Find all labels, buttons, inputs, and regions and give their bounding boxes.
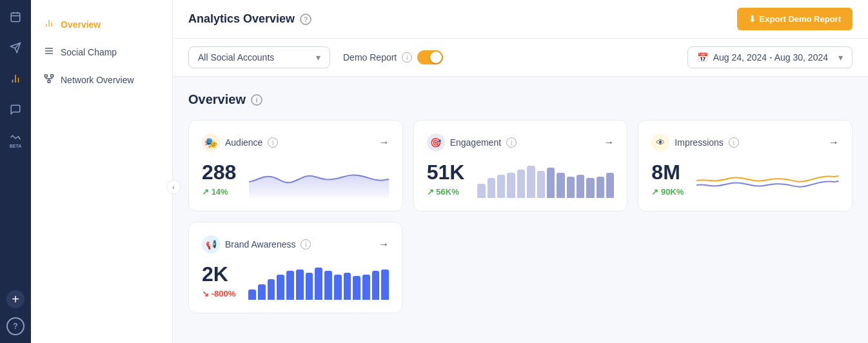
brand-awareness-card: 📢 Brand Awareness i → 2K ↘ -800% xyxy=(188,222,402,313)
impressions-info-icon[interactable]: i xyxy=(729,137,739,148)
engagement-bar xyxy=(497,175,505,198)
impressions-stats: 8M ↗ 90K% xyxy=(651,161,684,197)
content-area: Overview i 🎭 Audience i → 288 ↗ 1 xyxy=(173,77,868,343)
svg-rect-15 xyxy=(44,75,47,77)
plus-icon[interactable]: + xyxy=(6,290,25,308)
sidebar-item-social-champ[interactable]: Social Champ xyxy=(31,38,172,66)
brand-bar xyxy=(306,273,313,300)
title-help-icon[interactable]: ? xyxy=(300,14,311,25)
brand-bar xyxy=(277,275,284,300)
engagement-bar xyxy=(586,178,594,198)
brand-awareness-icon: 📢 xyxy=(202,235,220,253)
accounts-label: All Social Accounts xyxy=(198,52,274,63)
brand-bar xyxy=(286,271,294,300)
brand-awareness-header: 📢 Brand Awareness i → xyxy=(202,235,389,253)
brand-bar xyxy=(334,275,342,300)
brand-stats: 2K ↘ -800% xyxy=(202,262,235,299)
engagement-bar xyxy=(477,184,485,198)
impressions-icon: 👁 xyxy=(651,133,669,152)
engagement-stats: 51K ↗ 56K% xyxy=(427,161,465,197)
demo-report-toggle: Demo Report i xyxy=(343,50,443,64)
main-content: Analytics Overview ? ⬇ Export Demo Repor… xyxy=(173,0,868,343)
sidebar-item-network-overview[interactable]: Network Overview xyxy=(31,66,172,93)
icon-sidebar: BETA + ? xyxy=(0,0,31,343)
export-button[interactable]: ⬇ Export Demo Report xyxy=(737,8,853,30)
engagement-value: 51K xyxy=(427,161,465,184)
audience-card-body: 288 ↗ 14% xyxy=(202,159,390,198)
collapse-sidebar-button[interactable]: ‹ xyxy=(166,180,181,194)
engagement-bar xyxy=(547,168,555,198)
engagement-bar xyxy=(597,177,604,198)
audience-value: 288 xyxy=(202,161,236,184)
engagement-bar xyxy=(507,173,515,198)
impressions-change: ↗ 90K% xyxy=(651,187,684,197)
brand-chart xyxy=(248,261,389,300)
brand-bar xyxy=(315,268,322,300)
impressions-arrow-icon[interactable]: → xyxy=(829,137,839,148)
sidebar-item-overview[interactable]: Overview xyxy=(31,10,172,38)
page-title: Analytics Overview xyxy=(188,12,295,26)
brand-bar xyxy=(268,279,275,300)
engagement-bar xyxy=(517,170,525,198)
chevron-down-icon: ▾ xyxy=(316,52,321,63)
engagement-bar xyxy=(527,166,535,198)
sidebar: Overview Social Champ Network Overview xyxy=(31,0,173,343)
overview-icon xyxy=(44,18,54,30)
accounts-dropdown[interactable]: All Social Accounts ▾ xyxy=(188,46,330,68)
engagement-arrow-icon[interactable]: → xyxy=(604,137,614,148)
demo-report-toggle-switch[interactable] xyxy=(417,50,443,64)
brand-bar-chart xyxy=(248,264,389,300)
audience-info-icon[interactable]: i xyxy=(268,137,278,148)
engagement-bar xyxy=(537,171,545,198)
brand-bar xyxy=(381,270,389,300)
date-range-picker[interactable]: 📅 Aug 24, 2024 - Aug 30, 2024 ▾ xyxy=(687,46,853,68)
audience-arrow-icon[interactable]: → xyxy=(379,137,390,148)
engagement-bar xyxy=(488,178,495,198)
overview-section-title: Overview i xyxy=(188,92,853,107)
impressions-card-title: 👁 Impressions i xyxy=(651,133,738,152)
impressions-card-body: 8M ↗ 90K% xyxy=(651,159,839,198)
sidebar-item-label: Social Champ xyxy=(61,47,117,57)
analytics-beta-icon[interactable]: BETA xyxy=(6,132,25,150)
impressions-card: 👁 Impressions i → 8M ↗ 90K% xyxy=(638,120,853,211)
engagement-icon: 🎯 xyxy=(427,133,445,152)
brand-bar xyxy=(324,271,332,300)
demo-report-label: Demo Report xyxy=(343,52,397,63)
chart-icon[interactable] xyxy=(6,70,25,88)
help-bottom-icon[interactable]: ? xyxy=(6,317,25,335)
brand-bar xyxy=(372,271,380,300)
brand-change: ↘ -800% xyxy=(202,289,235,299)
demo-report-info-icon[interactable]: i xyxy=(402,52,412,63)
brand-bar xyxy=(344,273,351,300)
download-icon: ⬇ xyxy=(749,14,756,24)
chat-icon[interactable] xyxy=(6,101,25,119)
svg-rect-16 xyxy=(51,75,54,77)
send-icon[interactable] xyxy=(6,39,25,57)
cards-row-1: 🎭 Audience i → 288 ↗ 14% xyxy=(188,120,853,211)
calendar-icon[interactable] xyxy=(6,8,25,26)
engagement-chart xyxy=(477,159,614,198)
engagement-card-header: 🎯 Engagement i → xyxy=(427,133,615,152)
audience-card-header: 🎭 Audience i → xyxy=(202,133,390,152)
engagement-bar xyxy=(606,173,614,198)
brand-arrow-icon[interactable]: → xyxy=(379,239,389,250)
audience-icon: 🎭 xyxy=(202,133,220,152)
impressions-card-header: 👁 Impressions i → xyxy=(651,133,839,152)
impressions-value: 8M xyxy=(651,161,684,184)
toolbar: All Social Accounts ▾ Demo Report i 📅 Au… xyxy=(173,39,868,77)
network-icon xyxy=(44,74,54,86)
sidebar-item-label: Network Overview xyxy=(61,75,134,85)
engagement-bar xyxy=(567,177,575,198)
page-title-container: Analytics Overview ? xyxy=(188,12,311,26)
engagement-bar-chart xyxy=(477,162,614,198)
brand-info-icon[interactable]: i xyxy=(301,239,311,250)
brand-bar xyxy=(362,275,370,300)
engagement-card: 🎯 Engagement i → 51K ↗ 56K% xyxy=(413,120,628,211)
engagement-info-icon[interactable]: i xyxy=(506,137,517,148)
engagement-bar xyxy=(577,175,584,198)
social-champ-icon xyxy=(44,46,54,58)
brand-awareness-title: 📢 Brand Awareness i xyxy=(202,235,311,253)
overview-info-icon[interactable]: i xyxy=(251,94,262,106)
engagement-bar xyxy=(557,173,564,198)
svg-rect-0 xyxy=(11,13,20,22)
